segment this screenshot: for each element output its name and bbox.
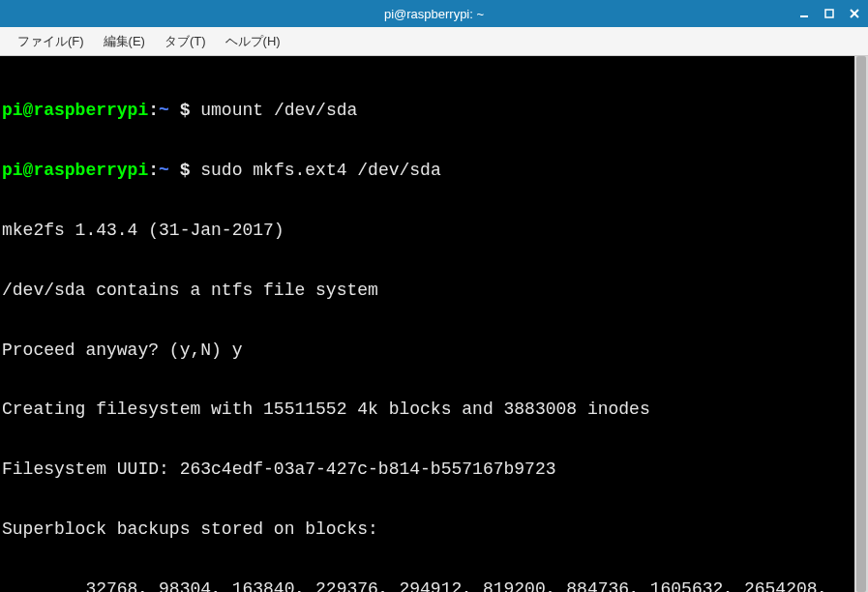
- menu-help[interactable]: ヘルプ(H): [216, 29, 290, 54]
- prompt-sep: :: [148, 101, 159, 120]
- terminal-output: /dev/sda contains a ntfs file system: [2, 276, 866, 306]
- menu-edit[interactable]: 編集(E): [94, 29, 155, 54]
- window-controls: [794, 5, 864, 22]
- prompt-path: ~: [159, 161, 169, 180]
- terminal-output: 32768, 98304, 163840, 229376, 294912, 81…: [2, 575, 866, 592]
- close-button[interactable]: [845, 5, 864, 22]
- prompt-dollar: $: [169, 101, 200, 120]
- titlebar: pi@raspberrypi: ~: [0, 0, 868, 27]
- scrollbar-thumb[interactable]: [856, 56, 866, 592]
- prompt-user: pi@raspberrypi: [2, 161, 148, 180]
- maximize-button[interactable]: [820, 5, 839, 22]
- terminal-output: mke2fs 1.43.4 (31-Jan-2017): [2, 216, 866, 246]
- svg-rect-1: [825, 10, 833, 17]
- command-text: umount /dev/sda: [200, 101, 357, 120]
- menubar: ファイル(F) 編集(E) タブ(T) ヘルプ(H): [0, 27, 868, 56]
- terminal-output: Superblock backups stored on blocks:: [2, 515, 866, 545]
- terminal-line: pi@raspberrypi:~ $ sudo mkfs.ext4 /dev/s…: [2, 156, 866, 186]
- prompt-sep: :: [148, 161, 159, 180]
- terminal-area[interactable]: pi@raspberrypi:~ $ umount /dev/sda pi@ra…: [0, 56, 868, 592]
- prompt-path: ~: [159, 101, 169, 120]
- prompt-dollar: $: [169, 161, 200, 180]
- window-title: pi@raspberrypi: ~: [0, 7, 868, 21]
- terminal-line: pi@raspberrypi:~ $ umount /dev/sda: [2, 96, 866, 126]
- prompt-user: pi@raspberrypi: [2, 101, 148, 120]
- menu-tab[interactable]: タブ(T): [155, 29, 216, 54]
- terminal-output: Filesystem UUID: 263c4edf-03a7-427c-b814…: [2, 455, 866, 485]
- command-text: sudo mkfs.ext4 /dev/sda: [200, 161, 440, 180]
- scrollbar[interactable]: [854, 56, 868, 592]
- minimize-button[interactable]: [794, 5, 814, 22]
- terminal-output: Proceed anyway? (y,N) y: [2, 336, 866, 366]
- menu-file[interactable]: ファイル(F): [8, 29, 94, 54]
- terminal-output: Creating filesystem with 15511552 4k blo…: [2, 395, 866, 425]
